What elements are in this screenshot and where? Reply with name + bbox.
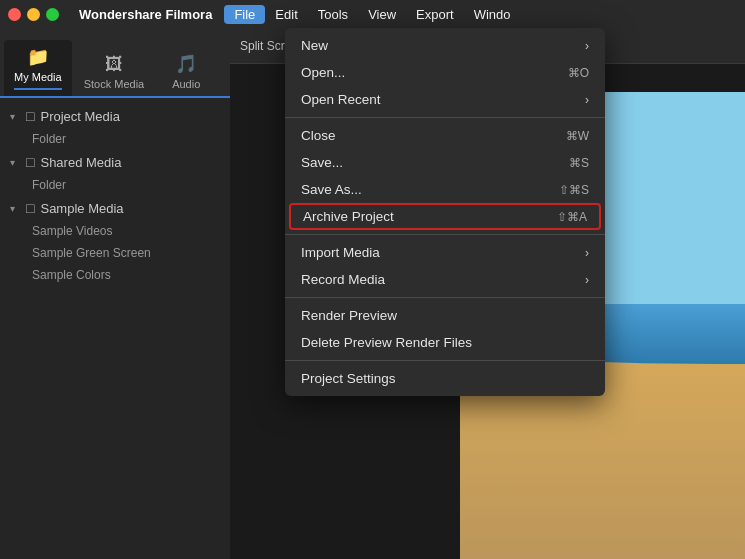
submenu-arrow: › (585, 273, 589, 287)
menu-item-record-media[interactable]: Record Media › (285, 266, 605, 293)
menu-item-project-settings[interactable]: Project Settings (285, 365, 605, 392)
menu-item-delete-preview-label: Delete Preview Render Files (301, 335, 472, 350)
menu-item-render-label: Render Preview (301, 308, 397, 323)
file-dropdown-menu: New › Open... ⌘O Open Recent › Close ⌘W … (285, 28, 605, 396)
menu-item-save-as-label: Save As... (301, 182, 362, 197)
menu-item-project-settings-label: Project Settings (301, 371, 396, 386)
menu-item-import-label: Import Media (301, 245, 380, 260)
menu-item-save[interactable]: Save... ⌘S (285, 149, 605, 176)
menu-item-record-label: Record Media (301, 272, 385, 287)
submenu-arrow: › (585, 93, 589, 107)
menu-item-open-recent-label: Open Recent (301, 92, 381, 107)
menu-item-close[interactable]: Close ⌘W (285, 122, 605, 149)
menu-item-archive-label: Archive Project (303, 209, 394, 224)
menu-item-open-label: Open... (301, 65, 345, 80)
menu-item-archive-shortcut: ⇧⌘A (557, 210, 587, 224)
menu-separator-2 (285, 234, 605, 235)
menu-item-save-as[interactable]: Save As... ⇧⌘S (285, 176, 605, 203)
submenu-arrow: › (585, 246, 589, 260)
menu-item-save-label: Save... (301, 155, 343, 170)
menu-item-save-shortcut: ⌘S (569, 156, 589, 170)
menu-separator-1 (285, 117, 605, 118)
menu-item-new-label: New (301, 38, 328, 53)
menu-item-open[interactable]: Open... ⌘O (285, 59, 605, 86)
menu-separator-3 (285, 297, 605, 298)
dropdown-overlay: New › Open... ⌘O Open Recent › Close ⌘W … (0, 0, 745, 559)
menu-item-close-shortcut: ⌘W (566, 129, 589, 143)
menu-item-delete-preview[interactable]: Delete Preview Render Files (285, 329, 605, 356)
menu-item-close-label: Close (301, 128, 336, 143)
menu-item-open-recent[interactable]: Open Recent › (285, 86, 605, 113)
menu-item-new[interactable]: New › (285, 32, 605, 59)
menu-item-archive-project[interactable]: Archive Project ⇧⌘A (289, 203, 601, 230)
menu-separator-4 (285, 360, 605, 361)
menu-item-import-media[interactable]: Import Media › (285, 239, 605, 266)
menu-item-render-preview[interactable]: Render Preview (285, 302, 605, 329)
menu-item-open-shortcut: ⌘O (568, 66, 589, 80)
menu-item-save-as-shortcut: ⇧⌘S (559, 183, 589, 197)
submenu-arrow: › (585, 39, 589, 53)
